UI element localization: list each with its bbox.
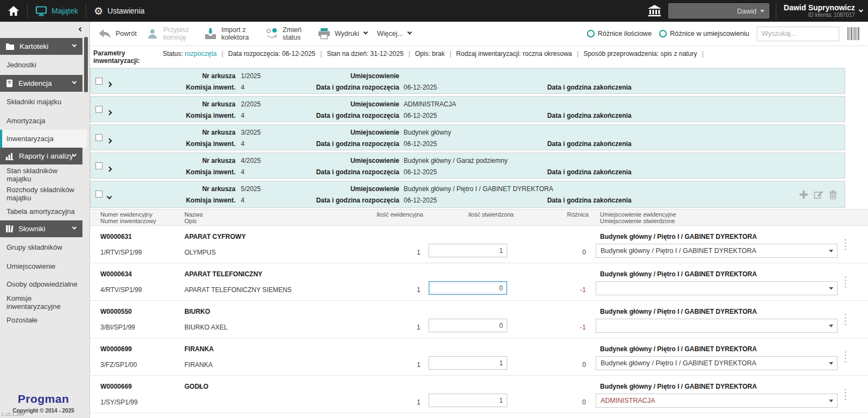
location-stated-value <box>596 319 837 322</box>
row-drag-handle[interactable] <box>845 351 846 353</box>
user-menu[interactable]: Dawid Suprynowicz ID klienta: 1087017 <box>776 3 863 19</box>
sidebar-item-skladniki-majatku[interactable]: Składniki majątku <box>0 92 82 112</box>
sidebar-item-grupy-skladnikow[interactable]: Grupy składników <box>0 237 82 257</box>
header-numer-inwentarzowy: Numer inwentarzowy <box>100 218 156 224</box>
asset-description: OLYMPUS <box>184 249 216 256</box>
folder-icon <box>5 43 15 50</box>
asset-id: W0000550 <box>100 308 132 315</box>
expand-row-button[interactable] <box>107 79 111 88</box>
prints-button[interactable]: Wydruki <box>317 28 367 40</box>
sidebar-item-tabela-amortyzacyjna[interactable]: Tabela amortyzacyjna <box>0 202 82 220</box>
collapse-row-button[interactable] <box>107 192 111 201</box>
user-id: ID klienta: 1087017 <box>784 12 855 18</box>
location-stated-value <box>596 282 837 284</box>
row-checkbox[interactable] <box>95 162 103 169</box>
chevron-down-icon <box>829 287 833 290</box>
barcode-icon[interactable] <box>847 26 860 41</box>
asset-name: APARAT TELEFONICZNY <box>184 270 263 278</box>
sidebar-item-inwentaryzacja[interactable]: Inwentaryzacja <box>0 130 87 148</box>
settings-button[interactable]: ⚙ Ustawienia <box>86 0 152 22</box>
more-button[interactable]: Więcej... <box>377 30 411 37</box>
home-button[interactable] <box>0 0 27 22</box>
row-checkbox[interactable] <box>95 134 103 141</box>
row-drag-handle[interactable] <box>845 276 846 278</box>
prints-label: Wydruki <box>335 30 359 37</box>
location-stated-select[interactable]: Budynek główny / Piętro I / GABINET DYRE… <box>596 356 838 370</box>
param-description: Opis: brak <box>415 50 456 58</box>
location-stated-value: Budynek główny / Piętro I / GABINET DYRE… <box>596 357 837 367</box>
sidebar-section-raporty[interactable]: Raporty i analizy <box>0 148 82 164</box>
sidebar-item-osoby-odpowiedzialne[interactable]: Osoby odpowiedzialne <box>0 275 82 293</box>
expand-row-button[interactable] <box>107 163 111 173</box>
sidebar-item-rozchody[interactable]: Rozchody składników majątku <box>0 185 82 202</box>
sidebar-collapse[interactable] <box>0 22 90 38</box>
sidebar-item-umiejscowienie[interactable]: Umiejscowienie <box>0 257 82 275</box>
expand-row-button[interactable] <box>107 107 111 117</box>
import-from-collector-button[interactable]: Import z kolektora <box>203 26 255 41</box>
location-recorded: Budynek główny / Piętro I / GABINET DYRE… <box>600 270 757 278</box>
sidebar-scrollbar-thumb[interactable] <box>84 37 88 92</box>
assign-label: Przypisz komisję <box>163 26 194 41</box>
row-drag-handle[interactable] <box>845 239 846 240</box>
chevron-down-icon <box>859 8 863 12</box>
change-status-button[interactable]: Zmień status <box>265 26 308 41</box>
label-start-date: Data i godzina rozpoczęcia <box>264 197 399 204</box>
row-checkbox[interactable] <box>95 78 103 85</box>
expand-row-button[interactable] <box>107 135 111 145</box>
row-drag-handle[interactable] <box>845 389 846 390</box>
qty-stated-input[interactable] <box>429 394 507 407</box>
sidebar-section-kartoteki[interactable]: Kartoteki <box>0 38 82 55</box>
label-komisja: Komisja inwent. <box>134 197 235 204</box>
difference-value: 0 <box>539 249 586 256</box>
sidebar-item-stan-skladnikow[interactable]: Stan składników majątku <box>0 164 82 185</box>
person-icon <box>146 28 159 40</box>
sidebar-item-komisje[interactable]: Komisje inwentaryzacyjne <box>0 293 82 311</box>
label-start-date: Data i godzina rozpoczęcia <box>264 112 399 119</box>
trash-icon[interactable] <box>829 190 837 199</box>
qty-stated-input[interactable] <box>429 244 507 257</box>
add-item-icon[interactable] <box>799 190 808 199</box>
row-checkbox[interactable] <box>95 106 103 113</box>
location-stated-select[interactable]: Budynek główny / Piętro I / GABINET DYRE… <box>596 244 838 258</box>
filter-quantity-differences[interactable]: Różnice ilościowe <box>587 30 652 37</box>
asset-id: W0000634 <box>100 270 132 278</box>
qty-stated-input[interactable] <box>429 319 507 332</box>
qty-recorded: 1 <box>383 361 420 369</box>
unit-selector[interactable]: Dawid <box>668 3 769 18</box>
location-stated-select[interactable] <box>596 281 838 295</box>
assign-commission-button[interactable]: Przypisz komisję <box>146 26 194 41</box>
sheet-start-date: 06-12-2025 <box>404 140 437 148</box>
import-tray-icon <box>203 27 218 40</box>
sidebar-section-ewidencja[interactable]: Ewidencja <box>0 75 82 92</box>
qty-recorded: 1 <box>383 249 420 256</box>
filter-location-differences[interactable]: Różnice w umiejscowieniu <box>659 30 749 37</box>
qty-stated-input-focused[interactable] <box>429 281 507 295</box>
sheet-commission: 4 <box>241 140 245 148</box>
qty-stated-input[interactable] <box>429 356 507 370</box>
asset-row: W0000669 1/SY/SP1/99 GODŁO 1 0 Budynek g… <box>90 376 868 413</box>
section-label: Ewidencja <box>18 79 52 87</box>
row-checkbox[interactable] <box>95 191 103 198</box>
search-input[interactable] <box>757 27 839 41</box>
difference-value: -1 <box>539 286 586 294</box>
location-stated-select[interactable] <box>596 319 838 333</box>
chevron-down-icon <box>107 194 112 199</box>
module-majatek[interactable]: Majątek <box>28 0 86 22</box>
sheet-row: Nr arkusza 2/2025 Umiejscowienie ADMINIS… <box>90 96 845 122</box>
sidebar-section-slowniki[interactable]: Słowniki <box>0 220 82 237</box>
sidebar-item-amortyzacja[interactable]: Amortyzacja <box>0 112 82 130</box>
row-drag-handle[interactable] <box>845 314 846 315</box>
location-stated-select[interactable]: ADMINISTRACJA <box>596 394 838 408</box>
brand-logo: Progman <box>0 392 87 406</box>
header-nazwa: Nazwa <box>184 211 203 218</box>
label-nr-arkusza: Nr arkusza <box>134 72 235 80</box>
label-umiejscowienie: Umiejscowienie <box>264 72 399 80</box>
sheet-row-expanded: Nr arkusza 5/2025 Umiejscowienie Budynek… <box>90 181 845 208</box>
edit-icon[interactable] <box>814 190 824 199</box>
label-start-date: Data i godzina rozpoczęcia <box>264 168 399 176</box>
sidebar-item-pozostale[interactable]: Pozostałe <box>0 311 82 329</box>
chevron-down-icon <box>829 362 833 365</box>
sheet-number: 1/2025 <box>241 72 261 80</box>
sidebar-item-jednostki[interactable]: Jednostki <box>0 55 82 75</box>
back-button[interactable]: Powrót <box>98 27 137 40</box>
